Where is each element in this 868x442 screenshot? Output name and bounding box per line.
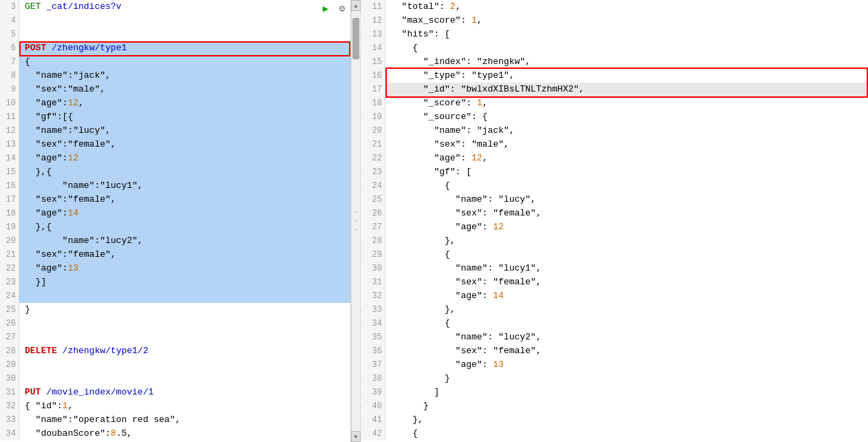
scroll-thumb[interactable] xyxy=(352,18,359,59)
left-code-line-20[interactable]: "name":"lucy2", xyxy=(19,234,350,248)
left-code-line-15[interactable]: },{ xyxy=(19,165,350,179)
right-code-line-17[interactable]: "_id": "bwlxdXIBsLTNLTzhmHX2", xyxy=(385,83,868,96)
right-line-num-38: 38▾ xyxy=(361,372,385,386)
fold-arrow-13[interactable]: ▾ xyxy=(361,30,362,36)
left-code-line-30[interactable] xyxy=(19,372,350,386)
right-code-line-15[interactable]: "_index": "zhengkw", xyxy=(385,55,868,69)
right-code-line-39[interactable]: ] xyxy=(385,386,868,399)
right-code-line-38[interactable]: } xyxy=(385,372,868,386)
right-line-num-22: 22 xyxy=(361,151,385,165)
left-code-line-34[interactable]: "doubanScore":8.5, xyxy=(19,427,350,441)
right-code-line-42[interactable]: { xyxy=(385,427,868,441)
right-code-line-29[interactable]: { xyxy=(385,248,868,262)
left-code-line-19[interactable]: },{ xyxy=(19,220,350,234)
right-line-num-27: 27 xyxy=(361,220,385,234)
left-code-line-3[interactable]: GET _cat/indices?v xyxy=(19,0,350,14)
right-code-line-32[interactable]: "age": 14 xyxy=(385,289,868,303)
left-code-line-33[interactable]: "name":"operation red sea", xyxy=(19,413,350,427)
left-code-line-23[interactable]: }] xyxy=(19,275,350,289)
scroll-track[interactable]: · · · xyxy=(352,11,360,431)
right-line-numbers: 111213▾14▾1516171819▾20212223▾24▾2526272… xyxy=(361,0,385,441)
fold-arrow-24[interactable]: ▾ xyxy=(361,181,362,188)
left-line-num-31: 31 xyxy=(0,386,19,399)
left-code-line-25[interactable]: } xyxy=(19,303,350,317)
right-line-num-28: 28▾ xyxy=(361,234,385,248)
fold-arrow-33[interactable]: ▾ xyxy=(361,305,362,312)
right-code-line-23[interactable]: "gf": [ xyxy=(385,165,868,179)
fold-arrow-38[interactable]: ▾ xyxy=(361,374,362,381)
left-code-line-28[interactable]: DELETE /zhengkw/type1/2 xyxy=(19,344,350,358)
left-code-line-10[interactable]: "age":12, xyxy=(19,96,350,110)
right-code-line-34[interactable]: { xyxy=(385,317,868,330)
right-code-line-18[interactable]: "_score": 1, xyxy=(385,96,868,110)
fold-arrow-23[interactable]: ▾ xyxy=(361,167,362,174)
fold-arrow-42[interactable]: ▾ xyxy=(361,429,362,436)
right-code-line-28[interactable]: }, xyxy=(385,234,868,248)
right-code-line-20[interactable]: "name": "jack", xyxy=(385,124,868,138)
right-code-line-25[interactable]: "name": "lucy", xyxy=(385,193,868,207)
scroll-up-arrow[interactable]: ▲ xyxy=(351,0,361,11)
left-line-num-32: 32 xyxy=(0,399,19,413)
right-code-line-31[interactable]: "sex": "female", xyxy=(385,275,868,289)
left-code-line-17[interactable]: "sex":"female", xyxy=(19,193,350,207)
right-code-line-33[interactable]: }, xyxy=(385,303,868,317)
right-code-line-21[interactable]: "sex": "male", xyxy=(385,138,868,151)
right-code-line-26[interactable]: "sex": "female", xyxy=(385,207,868,220)
left-code-line-8[interactable]: "name":"jack", xyxy=(19,69,350,83)
right-code-line-12[interactable]: "max_score": 1, xyxy=(385,14,868,28)
right-code-line-14[interactable]: { xyxy=(385,41,868,55)
left-code-line-7[interactable]: { xyxy=(19,55,350,69)
right-code-line-37[interactable]: "age": 13 xyxy=(385,358,868,372)
left-code-area[interactable]: GET _cat/indices?v POST /zhengkw/type1{ … xyxy=(19,0,350,441)
left-line-num-15: 15 xyxy=(0,165,19,179)
right-code-area[interactable]: "total": 2, "max_score": 1, "hits": [ { … xyxy=(385,0,868,441)
middle-scrollbar[interactable]: ▲ · · · ▼ xyxy=(351,0,361,442)
right-code-line-27[interactable]: "age": 12 xyxy=(385,220,868,234)
right-line-num-13: 13▾ xyxy=(361,28,385,41)
right-code-line-35[interactable]: "name": "lucy2", xyxy=(385,330,868,344)
left-code-line-14[interactable]: "age":12 xyxy=(19,151,350,165)
right-code-line-24[interactable]: { xyxy=(385,179,868,193)
left-line-num-8: 8 xyxy=(0,69,19,83)
right-code-line-13[interactable]: "hits": [ xyxy=(385,28,868,41)
right-code-line-16[interactable]: "_type": "type1", xyxy=(385,69,868,83)
fold-arrow-28[interactable]: ▾ xyxy=(361,236,362,243)
left-code-line-32[interactable]: { "id":1, xyxy=(19,399,350,413)
left-code-line-9[interactable]: "sex":"male", xyxy=(19,83,350,96)
fold-arrow-34[interactable]: ▾ xyxy=(361,319,362,326)
fold-arrow-39[interactable]: ▾ xyxy=(361,388,362,394)
left-line-num-14: 14 xyxy=(0,151,19,165)
left-code-line-24[interactable] xyxy=(19,289,350,303)
left-code-line-18[interactable]: "age":14 xyxy=(19,207,350,220)
right-code-line-11[interactable]: "total": 2, xyxy=(385,0,868,14)
scroll-down-arrow[interactable]: ▼ xyxy=(351,431,361,442)
fold-arrow-29[interactable]: ▾ xyxy=(361,250,362,257)
fold-arrow-14[interactable]: ▾ xyxy=(361,43,362,50)
right-code-line-36[interactable]: "sex": "female", xyxy=(385,344,868,358)
left-code-line-29[interactable] xyxy=(19,358,350,372)
left-code-line-11[interactable]: "gf":[{ xyxy=(19,110,350,124)
wrench-button[interactable]: ⚙ xyxy=(335,1,349,15)
fold-arrow-40[interactable]: ▾ xyxy=(361,401,362,408)
right-line-num-30: 30 xyxy=(361,262,385,275)
left-code-line-12[interactable]: "name":"lucy", xyxy=(19,124,350,138)
play-button[interactable]: ▶ xyxy=(319,1,332,15)
fold-arrow-41[interactable]: ▾ xyxy=(361,415,362,422)
left-code-line-13[interactable]: "sex":"female", xyxy=(19,138,350,151)
left-code-line-27[interactable] xyxy=(19,330,350,344)
right-code-line-19[interactable]: "_source": { xyxy=(385,110,868,124)
right-code-line-22[interactable]: "age": 12, xyxy=(385,151,868,165)
left-code-line-5[interactable] xyxy=(19,28,350,41)
left-code-line-16[interactable]: "name":"lucy1", xyxy=(19,179,350,193)
left-code-line-26[interactable] xyxy=(19,317,350,330)
left-code-line-31[interactable]: PUT /movie_index/movie/1 xyxy=(19,386,350,399)
fold-arrow-19[interactable]: ▾ xyxy=(361,112,362,119)
right-panel: 111213▾14▾1516171819▾20212223▾24▾2526272… xyxy=(361,0,868,442)
right-code-line-41[interactable]: }, xyxy=(385,413,868,427)
right-code-line-40[interactable]: } xyxy=(385,399,868,413)
right-code-line-30[interactable]: "name": "lucy1", xyxy=(385,262,868,275)
left-code-line-21[interactable]: "sex":"female", xyxy=(19,248,350,262)
left-code-line-4[interactable] xyxy=(19,14,350,28)
left-code-line-22[interactable]: "age":13 xyxy=(19,262,350,275)
left-code-line-6[interactable]: POST /zhengkw/type1 xyxy=(19,41,350,55)
